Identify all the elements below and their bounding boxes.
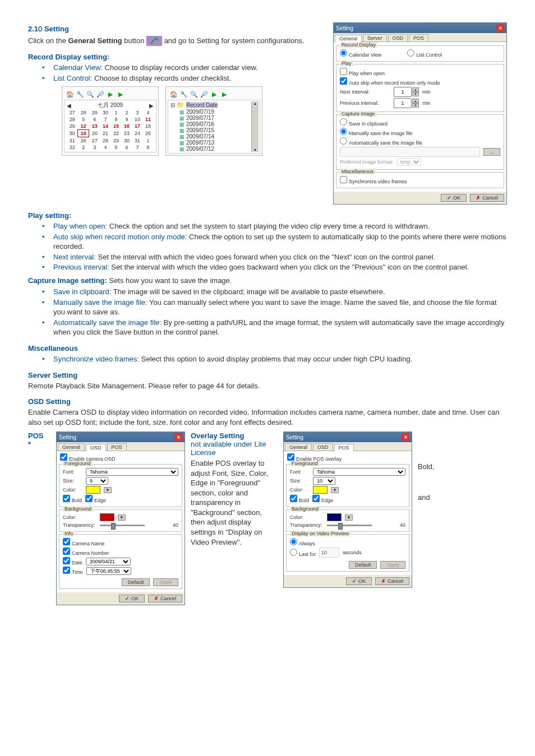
osd-text: Enable Camera OSD to display video infor…	[28, 407, 507, 427]
check-edge[interactable]: Edge	[85, 495, 106, 503]
dropdown-icon[interactable]: ▼	[331, 487, 339, 493]
close-icon[interactable]: ✕	[496, 24, 504, 32]
cancel-button[interactable]: ✗Cancel	[148, 595, 182, 602]
misc-item-label: Synchronize video frames:	[53, 355, 139, 363]
check-sync-frames[interactable]: Synchronize video frames	[340, 176, 407, 184]
color-swatch[interactable]	[86, 486, 100, 494]
check-icon: ✓	[447, 195, 451, 201]
tab-general[interactable]: General	[58, 443, 85, 451]
check-icon: ✓	[352, 578, 357, 584]
next-interval-spinner[interactable]: ▲▼	[394, 87, 419, 97]
dropdown-icon[interactable]: ▼	[345, 514, 353, 521]
tab-general[interactable]: General	[285, 443, 312, 451]
close-icon[interactable]: ✕	[402, 433, 409, 441]
radio-save-manual[interactable]: Manually save the image file	[340, 128, 413, 136]
check-bold[interactable]: Bold	[63, 495, 82, 503]
radio-always[interactable]: Always	[290, 538, 315, 546]
browse-button[interactable]: ...	[483, 148, 500, 156]
check-bold[interactable]: Bold	[290, 495, 309, 503]
tab-general[interactable]: General	[335, 35, 362, 42]
tool-icon: 🔧	[179, 90, 188, 99]
time-select[interactable]: 下午06:45:55	[86, 567, 131, 575]
osd-heading: OSD Setting	[28, 397, 507, 406]
tab-pos[interactable]: POS	[334, 444, 354, 451]
tab-osd[interactable]: OSD	[86, 444, 106, 451]
color-swatch[interactable]	[100, 513, 114, 521]
calendar-view-figure: 🏠 🔧 🔍 🔎 ▶ ▶ ◀ 七月 2009 ▶ 272829301234	[62, 86, 159, 156]
group-foreground: Foreground Font:Tahoma Size:10 Color:▼ B…	[286, 464, 409, 507]
list-item: 2009/07/13	[186, 140, 214, 146]
zoom-out-icon: 🔎	[96, 90, 105, 99]
radio-list-control[interactable]: List Control	[407, 49, 442, 58]
tab-pos[interactable]: POS	[409, 34, 428, 41]
play-item-label: Play when open:	[53, 222, 107, 230]
setting-dialog-osd: Setting✕ General OSD POS Enable camera O…	[56, 432, 185, 605]
apply-button[interactable]: Apply	[153, 578, 178, 586]
intro-text-c: button	[122, 36, 146, 45]
home-icon: 🏠	[66, 90, 75, 99]
dropdown-icon[interactable]: ▼	[104, 487, 112, 493]
list-item: 2009/07/16	[186, 121, 214, 127]
ok-button[interactable]: ✓OK	[119, 595, 145, 602]
intro-paragraph: Click on the General Setting button and …	[28, 36, 322, 47]
scroll-up-icon[interactable]: ▲	[253, 101, 257, 105]
font-select[interactable]: Tahoma	[313, 468, 405, 476]
capture-item-label: Manually save the image file:	[53, 298, 147, 307]
cancel-button[interactable]: ✗Cancel	[470, 194, 504, 202]
rd-item-1-label: List Control:	[53, 74, 92, 82]
size-select[interactable]: 10	[313, 477, 335, 485]
radio-save-clipboard[interactable]: Save in clipboard	[340, 118, 388, 127]
check-time[interactable]: Time	[63, 567, 83, 575]
check-play-when-open[interactable]: Play when open	[340, 68, 385, 76]
default-button[interactable]: Default	[349, 561, 377, 569]
cancel-button[interactable]: ✗Cancel	[375, 577, 409, 585]
server-text: Remote Playback Site Management. Please …	[28, 381, 507, 391]
check-auto-skip[interactable]: Auto skip when record motion only mode	[340, 77, 440, 86]
transparency-slider[interactable]	[100, 525, 145, 526]
pref-format-label: Preferred image format:	[340, 159, 393, 165]
tab-pos[interactable]: POS	[107, 443, 127, 451]
group-title: Background	[63, 506, 93, 512]
ok-button[interactable]: ✓OK	[346, 577, 372, 585]
date-select[interactable]: 2009/04/21	[86, 558, 131, 565]
pos-star: *	[28, 440, 31, 448]
group-title: Play	[340, 61, 353, 66]
home-icon: 🏠	[169, 90, 178, 99]
radio-calendar-view[interactable]: Calendar View	[340, 49, 381, 58]
capture-item-label: Automatically save the image file:	[53, 318, 162, 327]
tab-osd[interactable]: OSD	[388, 34, 408, 41]
font-select[interactable]: Tahoma	[86, 468, 178, 476]
prev-interval-spinner[interactable]: ▲▼	[394, 98, 419, 108]
list-root: Record Date	[186, 102, 218, 108]
radio-save-auto[interactable]: Automatically save the image file	[340, 137, 422, 146]
tab-osd[interactable]: OSD	[313, 443, 333, 451]
misc-heading: Miscellaneous	[28, 344, 507, 353]
color-swatch[interactable]	[313, 486, 328, 494]
transparency-slider[interactable]	[327, 525, 372, 526]
list-item: 2009/07/17	[186, 115, 214, 121]
ok-button[interactable]: ✓OK	[441, 194, 467, 202]
close-icon[interactable]: ✕	[174, 433, 182, 441]
check-edge[interactable]: Edge	[312, 495, 333, 503]
check-camera-number[interactable]: Camera Number	[63, 548, 109, 556]
group-capture-image: Capture Image Save in clipboard Manually…	[336, 114, 504, 170]
default-button[interactable]: Default	[122, 578, 150, 586]
cal-next-icon: ▶	[149, 103, 154, 109]
check-date[interactable]: Date	[63, 557, 82, 565]
radio-last-for[interactable]: Last for	[290, 549, 316, 557]
check-icon: ✓	[125, 596, 130, 601]
scroll-down-icon[interactable]: ▼	[253, 148, 257, 152]
group-background: Background Color:▼ Transparency:40	[286, 509, 409, 532]
size-select[interactable]: 9	[86, 477, 108, 485]
color-swatch[interactable]	[327, 513, 342, 521]
overlay-right-1: Bold,	[418, 462, 440, 471]
date-icon: ▦	[179, 109, 185, 115]
tab-server[interactable]: Server	[363, 34, 387, 41]
play-icon: ▶	[106, 90, 115, 99]
section-number: 2.1	[28, 25, 38, 33]
check-camera-name[interactable]: Camera Name	[63, 538, 105, 546]
apply-button[interactable]: Apply	[380, 561, 405, 569]
min-label: min	[422, 100, 431, 106]
dialog-title: Setting	[286, 434, 303, 440]
dropdown-icon[interactable]: ▼	[118, 514, 126, 521]
